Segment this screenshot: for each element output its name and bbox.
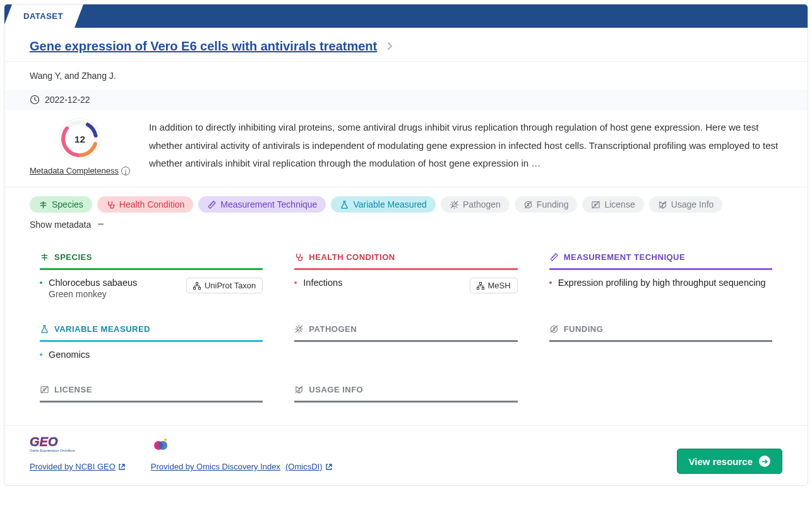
provider-geo-link[interactable]: Provided by NCBI GEO (30, 459, 126, 474)
svg-point-12 (301, 257, 303, 259)
pills-row: Species Health Condition Measurement Tec… (4, 187, 808, 240)
species-name: Chlorocebus sabaeus (49, 278, 137, 288)
dataset-card: DATASET Gene expression of Vero E6 cells… (4, 4, 808, 486)
usage-icon (294, 385, 304, 394)
chevron-right-icon (387, 42, 393, 52)
ruler-icon (549, 252, 559, 262)
species-icon (40, 252, 49, 262)
species-icon (39, 200, 48, 209)
authors: Wang Y, and Zhang J. (4, 62, 808, 90)
license-icon (40, 385, 49, 394)
pill-license[interactable]: License (582, 196, 643, 213)
svg-point-22 (158, 441, 167, 450)
clock-icon (30, 95, 40, 105)
body-row: 12 Metadata Completeness i In addition t… (4, 110, 808, 187)
svg-text:GEO: GEO (30, 435, 58, 449)
section-measure: MEASUREMENT TECHNIQUE Expression profili… (549, 252, 772, 299)
species-common: Green monkey (49, 289, 176, 299)
hierarchy-icon (193, 282, 201, 290)
omicsdi-logo (151, 435, 170, 454)
stethoscope-icon (294, 252, 304, 262)
footer: GEO Gene Expression Omnibus Provided by … (4, 425, 808, 485)
show-metadata-toggle[interactable]: Show metadata − (30, 218, 104, 231)
provider-omicsdi-link[interactable]: Provided by Omics Discovery Index (Omics… (151, 459, 333, 474)
completeness-column: 12 Metadata Completeness i (30, 119, 130, 175)
health-item: Infections (303, 278, 342, 288)
virus-icon (294, 324, 304, 334)
pill-pathogen[interactable]: Pathogen (441, 196, 510, 213)
title-row: Gene expression of Vero E6 cells with an… (4, 28, 808, 62)
svg-rect-11 (198, 287, 200, 289)
coin-icon (523, 200, 533, 209)
ruler-icon (207, 200, 217, 209)
flask-icon (40, 324, 49, 334)
measure-item: Expression profiling by high throughput … (558, 278, 766, 288)
section-species: SPECIES Chlorocebus sabaeus Green monkey… (40, 252, 263, 299)
title-link[interactable]: Gene expression of Vero E6 cells with an… (30, 39, 377, 53)
pill-species[interactable]: Species (30, 196, 92, 213)
pill-usage[interactable]: Usage Info (649, 196, 723, 213)
provider-geo: GEO Gene Expression Omnibus Provided by … (30, 435, 126, 474)
usage-icon (658, 200, 667, 209)
section-pathogen: PATHOGEN (294, 324, 517, 360)
section-license: LICENSE (40, 385, 263, 403)
date-row: 2022-12-22 (4, 90, 808, 110)
pill-measure[interactable]: Measurement Technique (198, 196, 326, 213)
svg-rect-15 (482, 287, 484, 289)
completeness-label[interactable]: Metadata Completeness i (30, 166, 130, 175)
section-variable: VARIABLE MEASURED Genomics (40, 324, 263, 360)
hierarchy-icon (477, 282, 484, 290)
tag-mesh[interactable]: MeSH (470, 278, 518, 293)
date-text: 2022-12-22 (45, 95, 90, 105)
banner-label: DATASET (12, 4, 75, 28)
pill-variable[interactable]: Variable Measured (331, 196, 435, 213)
external-link-icon (325, 463, 333, 471)
view-resource-button[interactable]: View resource ➔ (677, 449, 782, 474)
info-icon: i (121, 167, 130, 175)
variable-item: Genomics (49, 350, 90, 360)
svg-rect-13 (479, 282, 481, 284)
svg-text:Gene Expression Omnibus: Gene Expression Omnibus (30, 449, 75, 452)
provider-omicsdi: Provided by Omics Discovery Index (Omics… (151, 435, 333, 474)
license-icon (591, 200, 600, 209)
coin-icon (549, 324, 559, 334)
external-link-icon (118, 463, 126, 471)
pill-funding[interactable]: Funding (515, 196, 578, 213)
flask-icon (340, 200, 349, 209)
tag-uniprot[interactable]: UniProt Taxon (186, 278, 263, 293)
banner: DATASET (4, 4, 808, 28)
pill-health[interactable]: Health Condition (97, 196, 194, 213)
description: In addition to directly inhibiting viral… (149, 119, 782, 175)
minus-icon: − (97, 218, 104, 231)
section-health: HEALTH CONDITION Infections MeSH (294, 252, 517, 299)
stethoscope-icon (106, 200, 116, 209)
arrow-right-icon: ➔ (759, 456, 770, 467)
completeness-value: 12 (75, 134, 85, 144)
svg-point-5 (113, 204, 115, 206)
metadata-grid: SPECIES Chlorocebus sabaeus Green monkey… (4, 240, 808, 425)
svg-rect-10 (193, 287, 195, 289)
section-funding: FUNDING (549, 324, 772, 360)
svg-point-23 (164, 439, 167, 441)
virus-icon (450, 200, 459, 209)
svg-rect-14 (477, 287, 479, 289)
section-usage: USAGE INFO (294, 385, 517, 403)
geo-logo: GEO Gene Expression Omnibus (30, 435, 87, 454)
completeness-ring[interactable]: 12 (59, 119, 100, 159)
svg-rect-9 (196, 282, 198, 284)
banner-tab: DATASET (12, 4, 75, 28)
